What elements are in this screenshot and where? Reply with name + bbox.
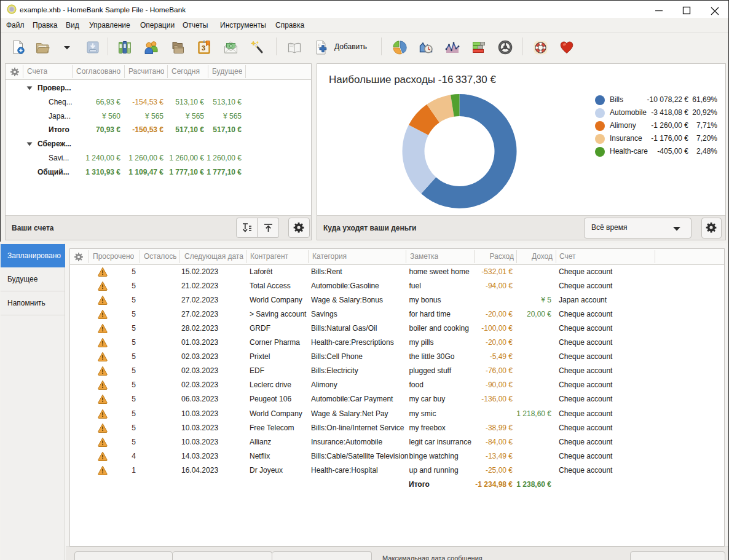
svg-text:3: 3: [202, 44, 205, 52]
